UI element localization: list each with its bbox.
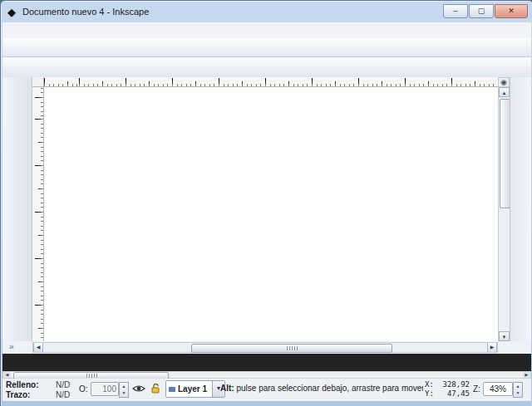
scroll-grip [287, 346, 298, 350]
opacity-input[interactable]: 100 [91, 382, 119, 396]
vertical-ruler[interactable] [32, 87, 44, 341]
zoom-input[interactable]: 43% [483, 382, 513, 396]
cursor-x-value: 328,92 [442, 380, 470, 389]
scroll-down-icon[interactable]: ▼ [499, 331, 510, 341]
current-layer-name: Layer 1 [178, 384, 212, 394]
hint-text: pulse para seleccionar debajo, arrastre … [236, 384, 423, 393]
spin-down-icon[interactable]: ▼ [120, 389, 128, 396]
palette-scroll-left-icon[interactable]: ◀ [3, 372, 11, 378]
window-controls: – ▢ ✕ [443, 4, 528, 18]
commands-toolbar [2, 38, 531, 57]
cursor-y-label: Y: [425, 389, 434, 399]
status-bar: Relleno: N/D Trazo: N/D O: 100 ▲▼ Layer … [2, 379, 531, 401]
zoom-spinner[interactable]: ▲▼ [513, 382, 523, 398]
minimize-button[interactable]: – [443, 4, 468, 18]
color-palette [2, 354, 531, 371]
current-layer-select[interactable]: Layer 1 ▼ [165, 380, 225, 398]
toolbox-overflow-chevron[interactable]: » [9, 342, 14, 351]
workspace: ◉ ▲ ▼ [2, 77, 531, 341]
drawing-canvas[interactable] [44, 87, 498, 341]
horizontal-scroll-row: » ◀ ▶ [2, 341, 531, 354]
stroke-label: Trazo: [6, 390, 30, 399]
stroke-value[interactable]: N/D [56, 390, 70, 399]
scroll-up-icon[interactable]: ▲ [499, 87, 510, 97]
cursor-coordinates: X:328,92 Y:47,45 [425, 380, 470, 399]
layer-lock-icon[interactable] [149, 382, 162, 395]
scroll-right-icon[interactable]: ▶ [487, 343, 497, 352]
ruler-corner [32, 77, 44, 87]
snap-controls-bar [510, 77, 531, 341]
tool-options-toolbar [2, 57, 531, 78]
layer-visibility-eye-icon[interactable] [132, 382, 145, 395]
window-title: Documento nuevo 4 - Inkscape [22, 7, 149, 17]
cms-adjust-icon[interactable]: ◉ [498, 77, 510, 87]
zoom-label: Z: [473, 384, 480, 394]
maximize-button[interactable]: ▢ [469, 4, 494, 18]
palette-scroll-grip [86, 374, 97, 378]
spin-down-icon[interactable]: ▼ [514, 389, 522, 396]
menu-bar [2, 22, 531, 39]
status-hint: Alt: pulse para seleccionar debajo, arra… [220, 384, 423, 393]
layer-icon [169, 387, 175, 392]
close-button[interactable]: ✕ [495, 4, 528, 18]
hint-key: Alt: [220, 384, 234, 393]
cursor-y-value: 47,45 [447, 389, 470, 399]
opacity-label: O: [79, 384, 88, 394]
fill-value[interactable]: N/D [56, 380, 70, 389]
spin-up-icon[interactable]: ▲ [120, 383, 128, 389]
palette-scroll-right-icon[interactable]: ▶ [523, 372, 530, 378]
spin-up-icon[interactable]: ▲ [514, 383, 522, 389]
inkscape-window: ◆ Documento nuevo 4 - Inkscape – ▢ ✕ ◉ ▲… [0, 0, 532, 406]
title-bar[interactable]: ◆ Documento nuevo 4 - Inkscape – ▢ ✕ [2, 2, 531, 22]
inkscape-logo-icon: ◆ [7, 6, 16, 18]
horizontal-scroll-thumb[interactable] [191, 344, 392, 353]
cursor-x-label: X: [425, 380, 434, 389]
horizontal-scrollbar[interactable]: ◀ ▶ [32, 342, 498, 353]
opacity-spinner[interactable]: ▲▼ [119, 382, 129, 398]
scroll-left-icon[interactable]: ◀ [33, 343, 43, 352]
tool-box [2, 77, 32, 341]
horizontal-ruler[interactable] [44, 77, 498, 87]
fill-label: Relleno: [6, 380, 38, 389]
vertical-scrollbar[interactable]: ▲ ▼ [498, 87, 510, 341]
palette-scrollbar[interactable]: ◀ ▶ [2, 371, 531, 379]
